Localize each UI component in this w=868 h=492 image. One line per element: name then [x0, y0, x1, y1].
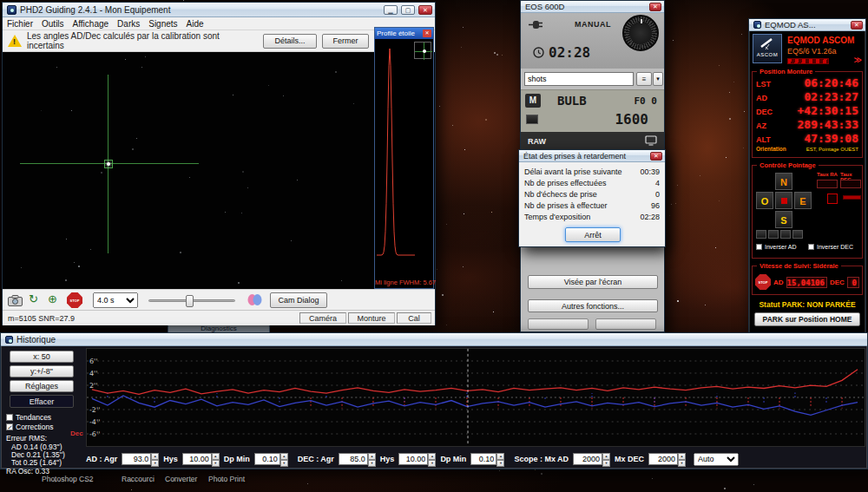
clear-button[interactable]: Effacer [10, 395, 74, 408]
mode-chip[interactable]: M [525, 94, 541, 108]
x-scale-button[interactable]: x: 50 [10, 351, 74, 363]
dec-agr-spinner[interactable]: ▲▼ [368, 453, 376, 465]
loop-icon[interactable]: ↻ [29, 292, 38, 305]
guide-field-star [353, 103, 354, 104]
exposure-select[interactable]: 4.0 s [93, 292, 138, 308]
ad-dpmin-input[interactable] [254, 453, 280, 465]
north-button[interactable]: N [775, 173, 792, 190]
y-scale-button[interactable]: y:+/-8'' [10, 365, 74, 377]
guide-icon[interactable]: ⊕ [48, 292, 57, 305]
corrections-checkbox[interactable]: ✓Corrections [6, 423, 53, 431]
taux-ra-select[interactable] [817, 180, 838, 188]
south-button[interactable]: S [775, 211, 792, 228]
park-button[interactable]: PARK sur Position HOME [754, 312, 860, 326]
cam-dialog-button[interactable]: Cam Dialog [270, 292, 327, 308]
menu-signets[interactable]: Signets [144, 19, 181, 29]
mx-ad-input[interactable] [573, 453, 602, 465]
pad-center-button[interactable] [775, 192, 792, 209]
other-functions-button[interactable]: Autres fonctions... [528, 299, 658, 312]
shots-menu-button[interactable]: ≡ [636, 72, 652, 86]
mode-dial[interactable] [622, 15, 659, 51]
ad-hys-label: Hys [163, 455, 178, 463]
fwhm-readout: Mi ligne FWHM: 5.67 [375, 279, 433, 286]
rms-title: Erreur RMS: [6, 434, 47, 443]
mx-ad-spinner[interactable]: ▲▼ [602, 453, 610, 465]
invert-ad-checkbox[interactable]: Inverser AD [756, 244, 797, 250]
mx-dec-input[interactable] [648, 453, 678, 465]
stop-icon[interactable]: STOP [67, 292, 82, 308]
menu-affichage[interactable]: Affichage [69, 19, 114, 29]
phd2-titlebar[interactable]: PHD2 Guiding 2.4.1 - Mon Equipement ▁ ▢ … [3, 3, 435, 17]
eos-bottom-button-2[interactable] [595, 318, 656, 330]
settings-button[interactable]: Réglages [10, 380, 74, 392]
raw-label[interactable]: RAW [521, 137, 645, 146]
mode-select[interactable]: Auto [694, 453, 739, 466]
star-profile-titlebar[interactable]: Profile étoile ✕ [375, 28, 433, 39]
desktop-icon-raccourci[interactable]: Raccourci [122, 475, 155, 483]
pad-aux-button-3[interactable] [780, 230, 791, 239]
tracking-stop-icon[interactable]: STOP [755, 274, 771, 290]
desktop-icon-converter[interactable]: Converter [165, 475, 197, 483]
dec-hys-spinner[interactable]: ▲▼ [428, 453, 436, 465]
desktop-icon-photoshop[interactable]: Photoshop CS2 [42, 475, 94, 483]
details-button[interactable]: Détails... [263, 34, 317, 49]
monitor-icon[interactable] [645, 134, 664, 149]
transit-button[interactable] [827, 194, 838, 204]
tracking-dec-value: 0 [847, 277, 859, 288]
east-button[interactable]: E [794, 192, 812, 209]
pad-aux-button-2[interactable] [768, 230, 779, 239]
desktop-icon-photoprint[interactable]: Photo Print [208, 475, 245, 483]
dialog-row-label: Temps d'exposition [524, 212, 590, 223]
trend-checkbox[interactable]: Tendances [6, 413, 51, 422]
menu-outils[interactable]: Outils [37, 19, 69, 29]
dec-dpmin-spinner[interactable]: ▲▼ [496, 453, 504, 465]
warning-close-button[interactable]: Fermer [322, 34, 369, 49]
menu-aide[interactable]: Aide [182, 19, 208, 29]
ad-agr-spinner[interactable]: ▲▼ [151, 453, 159, 465]
brain-icon[interactable] [247, 293, 262, 310]
shots-dropdown-button[interactable]: ▾ [653, 72, 663, 86]
invert-dec-checkbox[interactable]: Inverser DEC [808, 244, 853, 250]
taux-dec-select[interactable] [840, 180, 861, 188]
phd2-maximize-icon[interactable]: ▢ [401, 5, 415, 15]
eqmod-close-icon[interactable]: ✕ [851, 21, 863, 30]
menu-darks[interactable]: Darks [113, 19, 144, 29]
ascom-telescope-glyph [759, 36, 776, 50]
arret-button[interactable]: Arrêt [565, 227, 621, 242]
live-view-button[interactable]: Visée par l'écran [528, 275, 658, 289]
ad-dpmin-spinner[interactable]: ▲▼ [280, 453, 288, 465]
dec-agr-field: ▲▼ [339, 453, 376, 465]
star-profile-close-icon[interactable]: ✕ [423, 30, 431, 37]
ad-hys-spinner[interactable]: ▲▼ [212, 453, 220, 465]
ad-agr-input[interactable] [122, 453, 151, 465]
phd2-minimize-icon[interactable]: ▁ [384, 5, 398, 15]
shots-input[interactable] [524, 72, 634, 86]
phd2-close-icon[interactable]: ✕ [418, 5, 432, 15]
slider-thumb[interactable] [186, 295, 194, 307]
camera-icon[interactable] [8, 294, 23, 310]
iso-readout: 1600 [615, 111, 648, 128]
eqmod-window: EQMOD AS... ✕ ASCOM EQMOD ASCOM EQ5/6 V1… [748, 18, 866, 336]
exposure-slider[interactable] [148, 299, 235, 302]
eos-bottom-button-1[interactable] [528, 318, 589, 330]
eos-titlebar[interactable]: EOS 600D ✕ [521, 1, 664, 13]
guide-starfield[interactable] [3, 52, 435, 289]
pad-aux-button-4[interactable] [792, 230, 803, 239]
guide-field-star [233, 95, 233, 95]
dec-agr-input[interactable] [339, 453, 368, 465]
eqmod-titlebar[interactable]: EQMOD AS... ✕ [749, 19, 865, 31]
west-button[interactable]: O [756, 192, 773, 209]
history-titlebar[interactable]: Historique [1, 333, 867, 346]
guide-field-star [291, 240, 292, 241]
dec-hys-input[interactable] [398, 453, 428, 465]
timer-dialog-close-icon[interactable]: ✕ [650, 152, 662, 161]
menu-fichier[interactable]: Fichier [3, 19, 37, 29]
guide-field-star [242, 171, 244, 173]
mx-dec-spinner[interactable]: ▲▼ [678, 453, 686, 465]
dec-dpmin-input[interactable] [470, 453, 496, 465]
timer-dialog-titlebar[interactable]: État des prises à retardement ✕ [519, 150, 665, 162]
pad-aux-button-1[interactable] [756, 230, 766, 239]
lst-value: 06:20:46 [804, 76, 858, 89]
ad-hys-input[interactable] [182, 453, 212, 465]
eos-close-icon[interactable]: ✕ [649, 3, 661, 11]
